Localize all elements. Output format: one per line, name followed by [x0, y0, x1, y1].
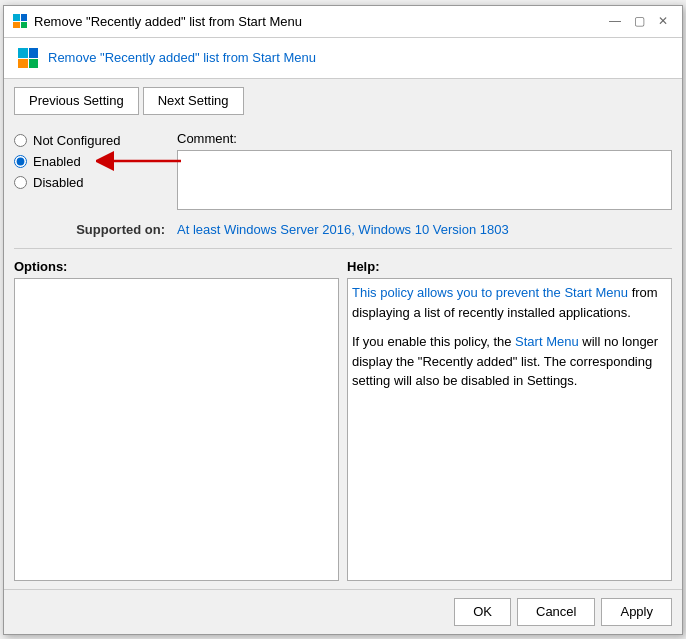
options-box	[14, 278, 339, 580]
help-paragraph-2: If you enable this policy, the Start Men…	[352, 332, 667, 391]
next-setting-button[interactable]: Next Setting	[143, 87, 244, 115]
svg-rect-4	[18, 48, 28, 58]
minimize-button[interactable]: —	[604, 10, 626, 32]
svg-rect-7	[29, 59, 38, 68]
maximize-button[interactable]: ▢	[628, 10, 650, 32]
disabled-input[interactable]	[14, 176, 27, 189]
top-row: Not Configured Enabled	[14, 131, 672, 210]
help-text: This policy allows you to prevent the St…	[352, 283, 667, 391]
cancel-button[interactable]: Cancel	[517, 598, 595, 626]
close-button[interactable]: ✕	[652, 10, 674, 32]
ok-button[interactable]: OK	[454, 598, 511, 626]
comment-label: Comment:	[177, 131, 672, 146]
options-panel: Options:	[14, 259, 339, 580]
header-banner: Remove "Recently added" list from Start …	[4, 38, 682, 79]
enabled-radio-container: Enabled	[14, 154, 169, 169]
options-label: Options:	[14, 259, 339, 274]
main-window: Remove "Recently added" list from Start …	[3, 5, 683, 635]
enabled-arrow-icon	[96, 146, 186, 176]
svg-rect-6	[18, 59, 28, 68]
svg-rect-1	[21, 14, 27, 21]
supported-on-label: Supported on:	[14, 222, 169, 239]
apply-button[interactable]: Apply	[601, 598, 672, 626]
enabled-input[interactable]	[14, 155, 27, 168]
content-area: Not Configured Enabled	[4, 123, 682, 589]
supported-row: Supported on: At least Windows Server 20…	[14, 222, 672, 239]
radio-options: Not Configured Enabled	[14, 131, 169, 190]
divider	[14, 248, 672, 249]
not-configured-radio[interactable]: Not Configured	[14, 133, 169, 148]
footer: OK Cancel Apply	[4, 589, 682, 634]
toolbar: Previous Setting Next Setting	[4, 79, 682, 123]
svg-rect-2	[13, 22, 20, 28]
title-bar: Remove "Recently added" list from Start …	[4, 6, 682, 38]
help-label: Help:	[347, 259, 672, 274]
enabled-radio[interactable]: Enabled	[14, 154, 81, 169]
not-configured-input[interactable]	[14, 134, 27, 147]
previous-setting-button[interactable]: Previous Setting	[14, 87, 139, 115]
policy-icon	[16, 46, 40, 70]
svg-rect-5	[29, 48, 38, 58]
help-box[interactable]: This policy allows you to prevent the St…	[347, 278, 672, 580]
window-icon	[12, 13, 28, 29]
help-paragraph-1: This policy allows you to prevent the St…	[352, 283, 667, 322]
header-title: Remove "Recently added" list from Start …	[48, 50, 316, 65]
comment-section: Comment:	[177, 131, 672, 210]
window-title: Remove "Recently added" list from Start …	[34, 14, 302, 29]
disabled-radio[interactable]: Disabled	[14, 175, 169, 190]
help-panel: Help: This policy allows you to prevent …	[347, 259, 672, 580]
supported-on-value: At least Windows Server 2016, Windows 10…	[177, 222, 672, 239]
panels-row: Options: Help: This policy allows you to…	[14, 259, 672, 580]
comment-textarea[interactable]	[177, 150, 672, 210]
title-controls: — ▢ ✕	[604, 10, 674, 32]
title-bar-left: Remove "Recently added" list from Start …	[12, 13, 302, 29]
svg-rect-0	[13, 14, 20, 21]
svg-rect-3	[21, 22, 27, 28]
